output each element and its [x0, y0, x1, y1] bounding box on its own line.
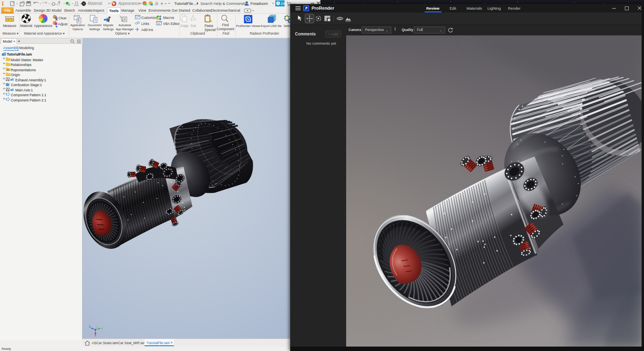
svg-text:Appearance: Appearance	[34, 24, 52, 28]
svg-text:Find: Find	[222, 23, 229, 27]
svg-text:Clear: Clear	[58, 16, 66, 20]
svg-text:Model States: Master: Model States: Master	[11, 58, 43, 62]
svg-text:ab: ab	[157, 23, 160, 25]
svg-text:Paste: Paste	[204, 24, 213, 28]
svg-text:Relationships: Relationships	[11, 63, 31, 67]
svg-text:Settings: Settings	[89, 27, 100, 31]
svg-text:Main Axis:1: Main Axis:1	[15, 88, 33, 92]
svg-text:fx: fx	[155, 1, 159, 6]
svg-text:App Manager: App Manager	[116, 27, 134, 31]
svg-text:Material: Material	[88, 1, 102, 6]
svg-text:Origin: Origin	[11, 73, 20, 77]
svg-text:Settings: Settings	[103, 27, 114, 31]
svg-text:ProRender Viewer: ProRender Viewer	[236, 24, 261, 28]
svg-text:Application: Application	[70, 23, 85, 27]
svg-text:Appearance: Appearance	[118, 1, 140, 6]
svg-text:Copy: Copy	[180, 24, 189, 28]
svg-text:Measure: Measure	[3, 24, 16, 28]
svg-text:Representations: Representations	[11, 68, 36, 72]
svg-text:Exhaust Assembly:1: Exhaust Assembly:1	[15, 78, 46, 82]
svg-text:Customize: Customize	[141, 16, 157, 20]
svg-text:TutorialFile.iam: TutorialFile.iam	[7, 52, 32, 56]
svg-text:Autodesk: Autodesk	[118, 23, 131, 27]
svg-text:Material: Material	[20, 24, 32, 28]
svg-text:Combustion Stage:1: Combustion Stage:1	[11, 83, 42, 87]
svg-text:Component Pattern 2:1: Component Pattern 2:1	[11, 98, 46, 102]
svg-text:TutorialFile....: TutorialFile....	[174, 1, 197, 6]
svg-text:VBA Editor: VBA Editor	[163, 22, 180, 26]
svg-text:Options: Options	[72, 27, 83, 31]
svg-text:Component: Component	[217, 27, 235, 31]
svg-text:Search Help & Commands...: Search Help & Commands...	[200, 1, 249, 6]
svg-text:Cut: Cut	[190, 24, 196, 28]
svg-text:Links: Links	[141, 22, 149, 26]
svg-text:Freadoom: Freadoom	[250, 1, 268, 6]
svg-text:Add-Ins: Add-Ins	[141, 28, 153, 32]
svg-text:I: I	[2, 0, 4, 7]
svg-text:24: 24	[281, 2, 285, 6]
svg-text:Adjust: Adjust	[58, 22, 68, 26]
svg-text:Component Pattern 1:1: Component Pattern 1:1	[11, 93, 46, 97]
svg-text:Document: Document	[88, 23, 102, 27]
svg-text:Migrate: Migrate	[103, 23, 113, 27]
svg-text:Export USD file: Export USD file	[261, 24, 281, 28]
svg-text:Macros: Macros	[163, 16, 174, 20]
